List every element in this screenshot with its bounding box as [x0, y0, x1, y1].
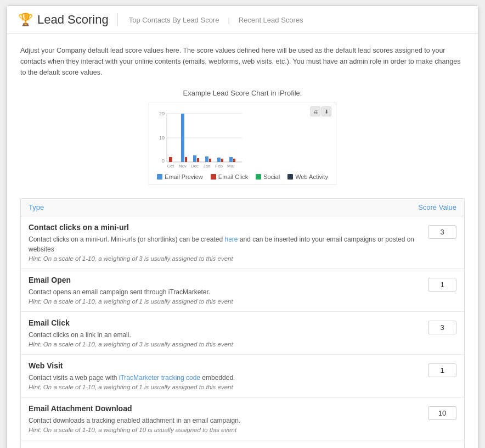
header-nav: Top Contacts By Lead Score | Recent Lead… — [127, 16, 306, 24]
svg-rect-14 — [209, 159, 211, 162]
main-window: 🏆 Lead Scoring Top Contacts By Lead Scor… — [7, 5, 478, 448]
table-row: Email Attachment Download Contact downlo… — [21, 397, 464, 440]
type-column-header: Type — [29, 203, 44, 211]
row-hint-mini-url: Hint: On a scale of 1-10, a weighting of… — [29, 255, 417, 262]
table-row: Web Visit Contact visits a web page with… — [21, 355, 464, 397]
svg-text:Mar: Mar — [227, 164, 235, 169]
table-row: Contact clicks on a mini-url Contact cli… — [21, 216, 464, 269]
svg-text:Nov: Nov — [179, 164, 187, 169]
chart-section: Example Lead Score Chart in iProfile: 🖨 … — [20, 89, 465, 185]
svg-rect-13 — [205, 156, 208, 162]
legend-email-preview-label: Email Preview — [165, 173, 203, 180]
row-desc-web-visit: Contact visits a web page with iTracMark… — [29, 373, 417, 383]
svg-text:20: 20 — [159, 111, 165, 116]
row-content-web-visit: Web Visit Contact visits a web page with… — [29, 361, 428, 390]
svg-rect-17 — [229, 157, 233, 162]
header-divider — [117, 13, 118, 26]
description-text: Adjust your Company default lead score v… — [20, 45, 465, 78]
mini-url-here-link[interactable]: here — [224, 236, 238, 243]
legend-email-preview: Email Preview — [157, 173, 203, 180]
table-header: Type Score Value — [21, 199, 464, 216]
chart-title: Example Lead Score Chart in iProfile: — [20, 89, 465, 97]
row-hint-email-click: Hint: On a scale of 1-10, a weighting of… — [29, 341, 417, 348]
nav-separator: | — [228, 16, 229, 24]
chart-legend: Email Preview Email Click Social Web Act… — [157, 173, 328, 180]
score-wrapper-mini-url — [428, 223, 456, 239]
svg-rect-12 — [197, 158, 199, 162]
table-row: Form Entry Contact submits a form entry … — [21, 440, 464, 448]
svg-rect-9 — [181, 114, 184, 162]
legend-email-click: Email Click — [211, 173, 248, 180]
legend-social-label: Social — [263, 173, 280, 180]
score-input-attachment[interactable] — [428, 406, 456, 420]
content-area: Adjust your Company default lead score v… — [7, 34, 478, 448]
svg-text:Jan: Jan — [204, 164, 211, 169]
score-column-header: Score Value — [418, 203, 456, 211]
svg-rect-10 — [185, 157, 187, 162]
header: 🏆 Lead Scoring Top Contacts By Lead Scor… — [7, 6, 478, 34]
svg-rect-18 — [233, 159, 235, 162]
score-wrapper-email-click — [428, 318, 456, 334]
svg-text:0: 0 — [162, 158, 165, 164]
row-title-attachment: Email Attachment Download — [29, 404, 417, 413]
row-title-web-visit: Web Visit — [29, 361, 417, 370]
chart-download-icon[interactable]: ⬇ — [322, 107, 331, 116]
row-title-email-open: Email Open — [29, 276, 417, 284]
row-content-mini-url: Contact clicks on a mini-url Contact cli… — [29, 223, 428, 262]
legend-web-activity: Web Activity — [287, 173, 328, 180]
legend-email-click-label: Email Click — [218, 173, 248, 180]
row-desc-email-click: Contact clicks on a link in an email. — [29, 330, 417, 340]
table-row: Email Click Contact clicks on a link in … — [21, 312, 464, 355]
score-wrapper-attachment — [428, 404, 456, 420]
nav-top-contacts[interactable]: Top Contacts By Lead Score — [127, 16, 222, 24]
table-row: Email Open Contact opens an email campai… — [21, 269, 464, 312]
row-desc-email-open: Contact opens an email campaign sent thr… — [29, 287, 417, 297]
score-table: Type Score Value Contact clicks on a min… — [20, 198, 465, 448]
chart-container: 🖨 ⬇ 20 10 0 — [149, 103, 336, 185]
row-hint-email-open: Hint: On a scale of 1-10, a weighting of… — [29, 298, 417, 305]
web-visit-desc-after: embedded. — [200, 374, 235, 382]
chart-svg: 20 10 0 — [157, 109, 245, 169]
score-wrapper-web-visit — [428, 361, 456, 377]
tracking-code-link[interactable]: iTracMarketer tracking code — [119, 374, 200, 382]
row-content-attachment: Email Attachment Download Contact downlo… — [29, 404, 428, 433]
score-input-mini-url[interactable] — [428, 225, 456, 239]
row-hint-attachment: Hint: On a scale of 1-10, a weighting of… — [29, 427, 417, 433]
score-wrapper-email-open — [428, 276, 456, 292]
svg-rect-8 — [169, 157, 172, 162]
score-input-web-visit[interactable] — [428, 363, 456, 377]
row-title-email-click: Email Click — [29, 318, 417, 327]
svg-rect-15 — [217, 158, 221, 162]
score-input-email-open[interactable] — [428, 278, 456, 292]
chart-print-icon[interactable]: 🖨 — [311, 107, 320, 116]
legend-social: Social — [256, 173, 280, 180]
trophy-icon: 🏆 — [18, 13, 33, 27]
web-visit-desc-before: Contact visits a web page with — [29, 374, 119, 382]
legend-web-activity-label: Web Activity — [295, 173, 328, 180]
row-desc-attachment: Contact downloads a tracking enabled att… — [29, 416, 417, 425]
score-input-email-click[interactable] — [428, 321, 456, 334]
row-desc-mini-url: Contact clicks on a mini-url. Mini-urls … — [29, 234, 417, 254]
row-title-mini-url: Contact clicks on a mini-url — [29, 223, 417, 232]
title-text: Lead Scoring — [37, 13, 109, 27]
row-content-email-click: Email Click Contact clicks on a link in … — [29, 318, 428, 348]
page-title: 🏆 Lead Scoring — [18, 13, 109, 27]
chart-icons: 🖨 ⬇ — [311, 107, 331, 116]
svg-text:Oct: Oct — [167, 164, 174, 169]
svg-text:Dec: Dec — [191, 164, 199, 169]
nav-recent-scores[interactable]: Recent Lead Scores — [236, 16, 306, 24]
svg-text:Feb: Feb — [215, 164, 223, 169]
svg-rect-11 — [193, 155, 196, 162]
row-desc-before: Contact clicks on a mini-url. Mini-urls … — [29, 236, 224, 243]
row-content-email-open: Email Open Contact opens an email campai… — [29, 276, 428, 305]
row-hint-web-visit: Hint: On a scale of 1-10, a weighting of… — [29, 384, 417, 390]
svg-rect-16 — [221, 159, 223, 162]
svg-text:10: 10 — [159, 135, 165, 141]
